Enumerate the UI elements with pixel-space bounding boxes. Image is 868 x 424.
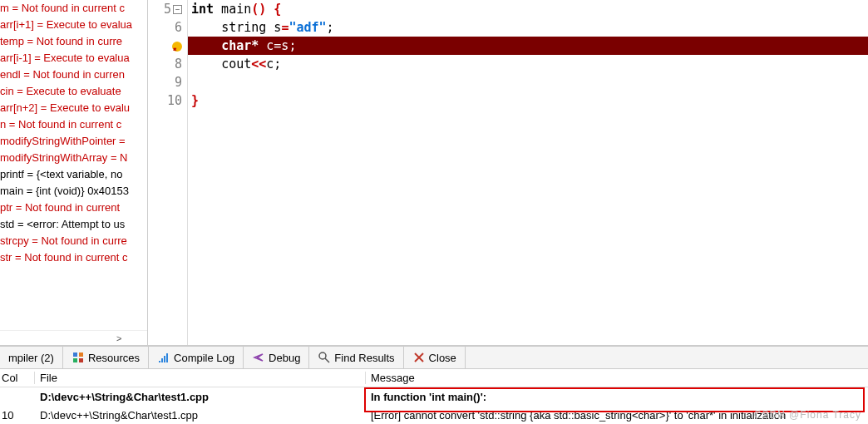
watch-item[interactable]: strcpy = Not found in curre [0,233,147,249]
watch-list[interactable]: m = Not found in current c arr[i+1] = Ex… [0,0,147,330]
output-header: Col File Message [0,369,868,387]
watch-item[interactable]: n = Not found in current c [0,116,147,133]
tab-label: Compile Log [174,352,234,364]
tab-compile-log[interactable]: Compile Log [149,347,244,368]
output-row[interactable]: 10 D:\devc++\String&Char\test1.cpp [Erro… [0,406,868,424]
line-number: 10 [167,93,182,108]
svg-rect-0 [73,353,77,357]
watch-item[interactable]: arr[i+1] = Execute to evalua [0,17,147,33]
code-line[interactable]: cout<<c; [188,55,868,73]
watch-item[interactable]: ptr = Not found in current [0,200,147,216]
compiler-output: Col File Message D:\devc++\String&Char\t… [0,369,868,424]
svg-rect-7 [166,353,168,362]
cell-file: D:\devc++\String&Char\test1.cpp [35,409,366,422]
tab-close[interactable]: Close [404,347,466,368]
tab-resources[interactable]: Resources [63,347,149,368]
app-root: m = Not found in current c arr[i+1] = Ex… [0,0,868,424]
watch-item[interactable]: arr[n+2] = Execute to evalu [0,100,147,116]
watch-item[interactable]: main = {int (void)} 0x40153 [0,183,147,200]
find-icon [318,351,331,364]
code-area[interactable]: int main() { string s="adf"; char* c=s; … [188,0,868,345]
sidebar-hscroll[interactable]: > [0,330,147,345]
code-line[interactable] [188,73,868,91]
svg-rect-3 [79,358,83,362]
code-line[interactable]: string s="adf"; [188,18,868,37]
close-icon [412,351,426,364]
line-gutter: 5− 6 8 9 10 [148,0,188,345]
svg-rect-2 [73,358,77,362]
header-file[interactable]: File [35,372,366,384]
resources-icon [72,351,85,364]
watch-item[interactable]: arr[i-1] = Execute to evalua [0,50,147,67]
watch-item[interactable]: modifyStringWithArray = N [0,150,147,166]
watch-sidebar: m = Not found in current c arr[i+1] = Ex… [0,0,148,345]
compile-log-icon [157,351,170,364]
debug-icon [252,351,265,364]
line-number: 5 [164,2,171,17]
svg-rect-1 [79,353,83,357]
tab-find-results[interactable]: Find Results [309,347,403,368]
svg-line-9 [325,358,329,362]
header-message[interactable]: Message [366,372,868,384]
code-line-error[interactable]: char* c=s; [188,37,868,55]
svg-rect-4 [159,361,160,362]
watch-item[interactable]: modifyStringWithPointer = [0,133,147,150]
line-number: 9 [175,75,182,90]
watch-item[interactable]: cin = Execute to evaluate [0,83,147,100]
watch-item[interactable]: temp = Not found in curre [0,33,147,50]
code-editor[interactable]: 5− 6 8 9 10 int main() { string s="adf";… [148,0,868,345]
cell-col: 10 [0,409,35,422]
fold-toggle-icon[interactable]: − [173,5,182,14]
tab-label: Debug [269,352,300,364]
error-marker-icon[interactable] [172,42,182,52]
watch-item[interactable]: std = <error: Attempt to us [0,216,147,233]
watch-item[interactable]: endl = Not found in curren [0,67,147,83]
code-line[interactable]: int main() { [188,0,868,18]
output-row[interactable]: D:\devc++\String&Char\test1.cpp In funct… [0,387,868,406]
svg-rect-6 [164,356,165,362]
line-number: 6 [175,20,182,35]
tab-label: Resources [88,352,140,364]
tab-compiler[interactable]: mpiler (2) [0,347,63,368]
cell-file: D:\devc++\String&Char\test1.cpp [35,391,366,403]
tab-debug[interactable]: Debug [244,347,309,368]
svg-point-8 [319,353,326,359]
cell-message: In function 'int main()': [366,391,868,403]
watch-item[interactable]: printf = {<text variable, no [0,166,147,183]
watch-item[interactable]: m = Not found in current c [0,0,147,17]
tab-label: Find Results [334,352,394,364]
svg-rect-5 [161,358,163,362]
scroll-right-icon[interactable]: > [0,333,121,343]
cell-message: [Error] cannot convert 'std::string {aka… [366,409,868,422]
tab-label: Close [429,352,456,364]
tab-label: mpiler (2) [8,352,54,364]
header-col[interactable]: Col [0,372,35,384]
top-pane: m = Not found in current c arr[i+1] = Ex… [0,0,868,346]
line-number: 8 [175,57,182,71]
bottom-tabbar: mpiler (2) Resources Compile Log Debug F… [0,346,868,369]
code-line[interactable]: } [188,91,868,110]
watch-item[interactable]: str = Not found in current c [0,249,147,266]
